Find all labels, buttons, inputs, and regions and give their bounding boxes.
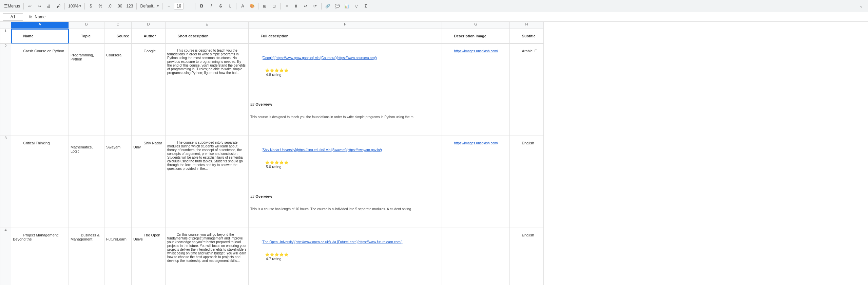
decimal-decrease-button[interactable]: .0 xyxy=(106,2,114,10)
bold-label: B xyxy=(200,3,203,8)
full-desc-f2: [Google](https://www.grow.google/) via [… xyxy=(250,52,440,127)
highlight-color-button[interactable]: 🎨 xyxy=(248,2,256,10)
col-header-e[interactable]: E xyxy=(166,22,249,29)
link-openuni[interactable]: [The Open University](http://www.open.ac… xyxy=(262,240,402,244)
table-row: 2 Crash Course on Python Programming, Py… xyxy=(0,43,544,136)
font-size-decrease-button[interactable]: − xyxy=(165,2,173,10)
link-google[interactable]: [Google](https://www.grow.google/) via [… xyxy=(262,56,377,60)
cell-e2[interactable]: This course is designed to teach you the… xyxy=(166,43,249,136)
cell-a1[interactable]: Name xyxy=(11,29,69,44)
print-button[interactable]: 🖨 xyxy=(45,2,53,10)
separator-4 xyxy=(136,3,137,10)
cell-f3[interactable]: [Shiv Nadar University](https://snu.edu.… xyxy=(249,136,442,228)
cell-g3[interactable]: https://images.unsplash.com/ xyxy=(442,136,510,228)
col-header-g[interactable]: G xyxy=(442,22,510,29)
cell-h2[interactable]: Arabic, F xyxy=(510,43,544,136)
undo-button[interactable]: ↩ xyxy=(26,2,34,10)
font-dropdown[interactable]: Default... ▾ xyxy=(139,2,160,10)
cell-c3[interactable]: Swayam xyxy=(104,136,132,228)
decimal-increase-button[interactable]: .00 xyxy=(115,2,124,10)
cell-c4[interactable]: FutureLearn xyxy=(104,228,132,285)
menus-button[interactable]: ☰ Menus xyxy=(3,2,21,10)
function-button[interactable]: Σ xyxy=(362,2,370,10)
table-row: 3 Critical Thinking Mathematics, Logic S… xyxy=(0,136,544,228)
cell-f2[interactable]: [Google](https://www.grow.google/) via [… xyxy=(249,43,442,136)
comment-button[interactable]: 💬 xyxy=(333,2,341,10)
full-desc-f3: [Shiv Nadar University](https://snu.edu.… xyxy=(250,144,440,219)
cell-e1[interactable]: Short description xyxy=(166,29,249,44)
rotate-button[interactable]: ⟳ xyxy=(311,2,319,10)
merge-button[interactable]: ⊡ xyxy=(270,2,278,10)
col-header-c[interactable]: C xyxy=(104,22,132,29)
col-header-f[interactable]: F xyxy=(249,22,442,29)
minus-icon: − xyxy=(168,4,170,8)
borders-button[interactable]: ⊞ xyxy=(261,2,269,10)
cell-a2[interactable]: Crash Course on Python xyxy=(11,43,69,136)
cell-e4[interactable]: On this course, you will go beyond the f… xyxy=(166,228,249,285)
font-size-increase-button[interactable]: + xyxy=(185,2,193,10)
col-header-h[interactable]: H xyxy=(510,22,544,29)
cell-g1[interactable]: Description image xyxy=(442,29,510,44)
percent-button[interactable]: % xyxy=(96,2,104,10)
cell-value: Source xyxy=(117,34,129,38)
image-link-2[interactable]: https://images.unsplash.com/ xyxy=(454,49,498,53)
align-button[interactable]: ≡ xyxy=(283,2,291,10)
separator-8 xyxy=(258,3,258,10)
cell-g4[interactable] xyxy=(442,228,510,285)
row-number-2: 2 xyxy=(0,43,11,136)
separator-7 xyxy=(236,3,236,10)
filter-button[interactable]: ▽ xyxy=(352,2,360,10)
valign-button[interactable]: ⏸ xyxy=(292,2,300,10)
paint-format-button[interactable]: 🖌 xyxy=(54,2,62,10)
chart-button[interactable]: 📊 xyxy=(343,2,351,10)
col-header-a[interactable]: A xyxy=(11,22,69,29)
cell-a3[interactable]: Critical Thinking xyxy=(11,136,69,228)
cell-g2[interactable]: https://images.unsplash.com/ xyxy=(442,43,510,136)
italic-button[interactable]: I xyxy=(207,2,215,10)
cell-f4[interactable]: [The Open University](http://www.open.ac… xyxy=(249,228,442,285)
cell-c2[interactable]: Coursera xyxy=(104,43,132,136)
text-color-button[interactable]: A xyxy=(238,2,247,10)
currency-button[interactable]: $ xyxy=(87,2,95,10)
cell-d2[interactable]: Google xyxy=(132,43,166,136)
cell-d4[interactable]: The Open Unive xyxy=(132,228,166,285)
link-icon: 🔗 xyxy=(325,4,330,8)
cell-value: Coursera xyxy=(106,53,121,57)
formula-bar-separator xyxy=(26,14,26,20)
cell-h1[interactable]: Subtitle xyxy=(510,29,544,44)
col-header-b[interactable]: B xyxy=(69,22,104,29)
separator-6 xyxy=(195,3,195,10)
cell-a4[interactable]: Project Management: Beyond the xyxy=(11,228,69,285)
cell-c1[interactable]: Source xyxy=(104,29,132,44)
image-link-3[interactable]: https://images.unsplash.com/ xyxy=(454,141,498,145)
cell-b1[interactable]: Topic xyxy=(69,29,104,44)
col-header-d[interactable]: D xyxy=(132,22,166,29)
cell-value: On this course, you will go beyond the f… xyxy=(167,233,247,263)
font-name: Default... xyxy=(140,4,156,8)
zoom-value: 100% xyxy=(68,4,79,8)
highlight-icon: 🎨 xyxy=(250,4,255,8)
number-format-button[interactable]: 123 xyxy=(125,2,134,10)
cell-b2[interactable]: Programming, Python xyxy=(69,43,104,136)
cell-b3[interactable]: Mathematics, Logic xyxy=(69,136,104,228)
stars-3: ⭐⭐⭐⭐⭐ xyxy=(265,160,289,164)
cell-e3[interactable]: The course is subdivided into 5 separate… xyxy=(166,136,249,228)
strikethrough-button[interactable]: S xyxy=(216,2,225,10)
cell-f1[interactable]: Full description xyxy=(249,29,442,44)
link-shiv[interactable]: [Shiv Nadar University](https://snu.edu.… xyxy=(262,148,382,152)
spreadsheet-container[interactable]: A B C D E F G H 1 Name Topic S xyxy=(0,22,868,285)
underline-button[interactable]: U xyxy=(226,2,234,10)
more-button[interactable]: ⌄ xyxy=(857,2,865,10)
font-size-input[interactable]: 10 xyxy=(174,3,184,10)
bold-button[interactable]: B xyxy=(197,2,206,10)
cell-d3[interactable]: Shiv Nadar Univ xyxy=(132,136,166,228)
cell-d1[interactable]: Author xyxy=(132,29,166,44)
link-button[interactable]: 🔗 xyxy=(324,2,332,10)
cell-h3[interactable]: English xyxy=(510,136,544,228)
redo-button[interactable]: ↪ xyxy=(35,2,43,10)
zoom-dropdown[interactable]: 100% ▾ xyxy=(67,2,82,10)
cell-b4[interactable]: Business & Management xyxy=(69,228,104,285)
toolbar-right: ⌄ xyxy=(857,2,865,10)
cell-h4[interactable]: English xyxy=(510,228,544,285)
wrap-button[interactable]: ↵ xyxy=(302,2,310,10)
